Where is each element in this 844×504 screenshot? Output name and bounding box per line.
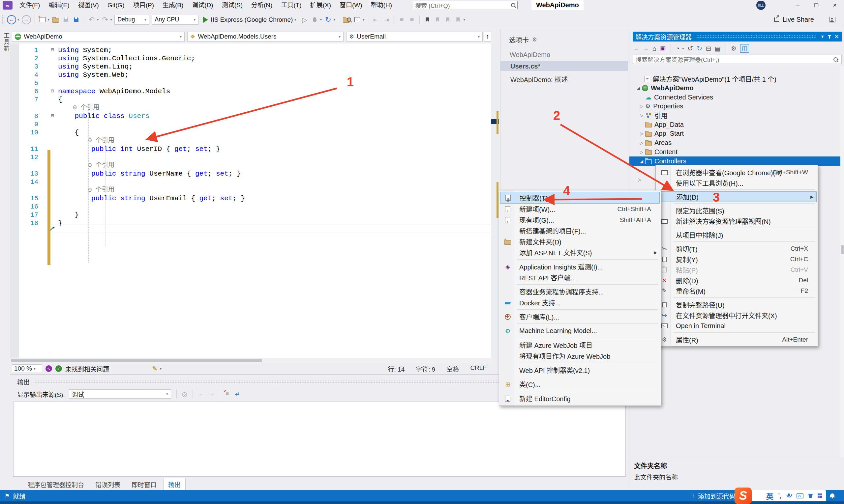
- code-line[interactable]: 3using System.Linq;: [10, 62, 491, 71]
- fold-collapse-icon[interactable]: ⊟: [47, 87, 58, 95]
- status-column[interactable]: 字符: 9: [416, 364, 435, 373]
- tab-project-overview[interactable]: WebApiDemo: 概述: [500, 71, 628, 84]
- word-wrap-icon[interactable]: ↵: [235, 390, 240, 398]
- tree-item-[interactable]: ▷引用: [630, 111, 840, 120]
- bottom-tab-错误列表[interactable]: 错误列表: [91, 478, 125, 490]
- quick-search-box[interactable]: 搜索 (Ctrl+Q): [413, 1, 518, 9]
- pending-changes-filter-icon[interactable]: ◔: [676, 45, 679, 52]
- menubar-item-w[interactable]: 窗口(W): [335, 0, 367, 11]
- hot-reload-button[interactable]: [311, 15, 319, 25]
- ime-skin-icon[interactable]: [808, 494, 813, 498]
- menubar-item-v[interactable]: 视图(V): [74, 0, 103, 11]
- menubar-item-s[interactable]: 测试(S): [218, 0, 247, 11]
- sync-with-active-document-icon[interactable]: ↻: [696, 44, 702, 52]
- solution-explorer-header[interactable]: 解决方案资源管理器 ▼ ✕: [633, 32, 842, 41]
- menu-item-y[interactable]: 复制(Y)Ctrl+C: [657, 254, 816, 265]
- menubar-item-n[interactable]: 分析(N): [247, 0, 277, 11]
- code-line[interactable]: 10 {: [10, 128, 491, 137]
- menu-item-u[interactable]: 复制完整路径(U): [657, 300, 816, 310]
- menubar-item-gitg[interactable]: Git(G): [103, 0, 129, 11]
- filter-dropdown[interactable]: ▾: [682, 47, 684, 51]
- solution-explorer-scrollbar[interactable]: [840, 66, 844, 457]
- sogou-ime-logo[interactable]: S: [735, 488, 752, 504]
- project-dropdown[interactable]: WebApiDemo▾: [12, 32, 185, 41]
- collapsed-arrow-icon[interactable]: ▷: [638, 113, 645, 118]
- menu-item-machinelearningmodel[interactable]: ⚙Machine Learning Model...: [500, 325, 660, 336]
- next-bookmark-button[interactable]: [444, 15, 452, 25]
- navigate-back-dropdown[interactable]: ▾: [17, 17, 19, 22]
- menu-item-j[interactable]: 从项目中排除(J): [657, 230, 816, 240]
- window-position-dropdown[interactable]: ▼: [821, 34, 825, 39]
- show-all-files-icon[interactable]: ▤: [715, 45, 721, 52]
- tree-item-app_start[interactable]: ▷App_Start: [630, 129, 840, 138]
- redo-dropdown[interactable]: ▾: [110, 17, 113, 22]
- clear-bookmarks-button[interactable]: [454, 15, 462, 25]
- solution-configuration-dropdown[interactable]: Debug▾: [115, 15, 149, 25]
- decrease-indent-button[interactable]: ≡: [398, 15, 406, 25]
- tree-item-controllers[interactable]: ◢Controllers: [630, 157, 840, 166]
- expanded-arrow-icon[interactable]: ◢: [638, 159, 645, 164]
- undo-dropdown[interactable]: ▾: [97, 17, 99, 22]
- code-line[interactable]: 4using System.Web;: [10, 71, 491, 79]
- menubar-item-h[interactable]: 帮助(H): [367, 0, 396, 11]
- code-cleanup-pen-icon[interactable]: ✎: [152, 365, 158, 373]
- find-in-files-button[interactable]: [343, 15, 351, 25]
- status-spaces[interactable]: 空格: [446, 364, 459, 373]
- tree-partial-arrow[interactable]: ▷: [638, 177, 641, 182]
- menu-item-azurewebjob[interactable]: 新建 Azure WebJob 项目: [500, 340, 660, 350]
- collapsed-arrow-icon[interactable]: ▷: [638, 131, 645, 136]
- menu-item-t[interactable]: 控制器(T)...: [500, 192, 660, 203]
- menu-item-f[interactable]: 新搭建基架的项目(F)...: [500, 225, 660, 236]
- bottom-tab-输出[interactable]: 输出: [163, 478, 186, 491]
- menu-item-x[interactable]: ↪在文件资源管理器中打开文件夹(X): [657, 310, 816, 321]
- code-line[interactable]: 7{: [10, 95, 491, 104]
- microphone-icon[interactable]: [788, 493, 790, 497]
- hot-reload-dropdown[interactable]: ▾: [320, 17, 322, 22]
- goto-message-icon[interactable]: ◎: [182, 390, 188, 398]
- code-line[interactable]: 5: [10, 79, 491, 87]
- menu-item-h[interactable]: 使用以下工具浏览(H)...: [657, 178, 816, 188]
- menubar-item-e[interactable]: 编辑(E): [44, 0, 73, 11]
- user-avatar[interactable]: 创上: [756, 1, 765, 10]
- se-back-button[interactable]: ←: [633, 45, 639, 52]
- switch-views-icon[interactable]: ▣: [660, 45, 666, 52]
- tree-item-connectedservices[interactable]: ☁Connected Services: [630, 93, 840, 102]
- toolbox-tab[interactable]: 工具箱: [2, 32, 10, 52]
- menu-item-p[interactable]: 粘贴(P)Ctrl+V: [657, 265, 816, 275]
- code-line[interactable]: 11 public int UserID { get; set; }: [10, 145, 491, 153]
- navigate-cursor-forward-button[interactable]: ⇥: [382, 15, 390, 25]
- next-message-icon[interactable]: →: [208, 390, 214, 398]
- ime-language-toggle[interactable]: 英: [766, 490, 773, 501]
- collapsed-arrow-icon[interactable]: ▷: [638, 149, 645, 155]
- menu-item-r[interactable]: ⚙属性(R)Alt+Enter: [657, 334, 816, 345]
- status-line-ending[interactable]: CRLF: [470, 364, 487, 373]
- navigate-back-button[interactable]: ←: [7, 15, 16, 25]
- clear-all-icon[interactable]: ≡: [225, 391, 229, 397]
- undo-button[interactable]: ↶: [88, 15, 96, 25]
- menu-item-l[interactable]: 客户端库(L)...: [500, 311, 660, 322]
- tree-item-properties[interactable]: ▷⚙Properties: [630, 102, 840, 111]
- tree-item-webapidemo[interactable]: ◢WebApiDemo: [630, 84, 840, 93]
- code-line[interactable]: 2using System.Collections.Generic;: [10, 54, 491, 62]
- menu-item-openinterminal[interactable]: Open in Terminal: [657, 321, 816, 331]
- code-line[interactable]: 13 public string UserName { get; set; }: [10, 170, 491, 178]
- notifications-bell-icon[interactable]: [830, 491, 834, 498]
- menu-item-t[interactable]: ✂剪切(T)Ctrl+X: [657, 244, 816, 254]
- navigate-cursor-back-button[interactable]: ⇤: [372, 15, 380, 25]
- menu-item-[interactable]: 容器业务流程协调程序支持...: [500, 286, 660, 297]
- menu-item-applicationinsightsi[interactable]: ◈Application Insights 遥测(I)...: [500, 261, 660, 272]
- tree-item-app_data[interactable]: App_Data: [630, 120, 840, 129]
- maximize-button[interactable]: □: [807, 0, 826, 11]
- codelens-row[interactable]: 0 个引用: [10, 161, 491, 170]
- code-line[interactable]: 17 }: [10, 211, 491, 219]
- feedback-icon[interactable]: [829, 17, 836, 22]
- bottom-tab-程序包管理器控制台[interactable]: 程序包管理器控制台: [23, 478, 89, 490]
- pin-icon[interactable]: [829, 35, 830, 38]
- type-dropdown[interactable]: ❖ WebApiDemo.Models.Users▾: [187, 32, 344, 41]
- save-all-button[interactable]: [72, 15, 80, 25]
- menu-item-d[interactable]: 添加(D)▶: [657, 192, 816, 202]
- se-forward-button[interactable]: →: [643, 45, 649, 52]
- split-window-button[interactable]: ↕: [484, 32, 491, 41]
- code-line[interactable]: 8⊟ public class Users: [10, 112, 491, 120]
- code-editor[interactable]: 1⊟using System;2using System.Collections…: [10, 43, 491, 358]
